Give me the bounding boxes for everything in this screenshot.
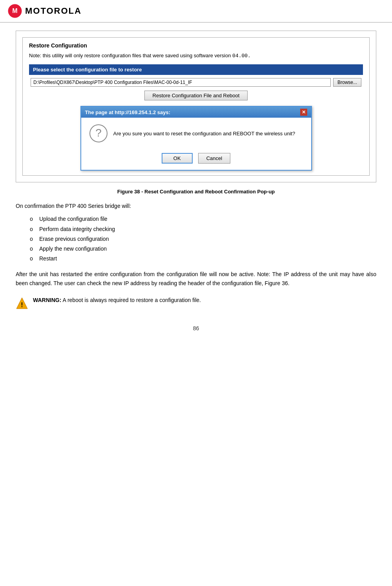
figure-caption: Figure 38 - Reset Configuration and Rebo… [16,189,376,195]
screenshot-frame: Restore Configuration Note: this utility… [16,31,376,182]
page-number: 86 [16,325,376,331]
browse-button[interactable]: Browse... [333,78,361,87]
company-name: MOTOROLA [25,6,82,16]
page-header: M MOTOROLA [0,0,392,23]
select-bar: Please select the configuration file to … [29,64,363,75]
restore-config-title: Restore Configuration [29,42,363,49]
bullet-list: Upload the configuration file Perform da… [39,214,376,264]
warning-block: ! WARNING: A reboot is always required t… [16,296,376,309]
list-item: Perform data integrity checking [39,224,376,234]
question-icon: ? [89,124,108,143]
list-item: Apply the new configuration [39,244,376,254]
file-path-display[interactable]: D:\Profiles\QDX867\Desktop\PTP 400 Confi… [31,78,331,87]
motorola-logo-icon: M [8,4,22,18]
warning-label: WARNING: [33,297,61,303]
after-text: After the unit has restarted the entire … [16,270,376,288]
list-item: Restart [39,254,376,264]
list-item: Erase previous configuration [39,234,376,244]
body-intro: On confirmation the PTP 400 Series bridg… [16,202,376,210]
dialog-title: The page at http://169.254.1.2 says: [85,109,170,115]
restore-reboot-button[interactable]: Restore Configuration File and Reboot [144,91,248,100]
dialog-titlebar: The page at http://169.254.1.2 says: ✕ [81,107,311,118]
warning-text: WARNING: A reboot is always required to … [33,296,201,304]
warning-icon: ! [16,297,28,309]
dialog-button-row: OK Cancel [81,149,311,170]
svg-text:!: ! [21,302,23,308]
motorola-logo: M MOTOROLA [8,4,82,18]
list-item: Upload the configuration file [39,214,376,224]
svg-text:M: M [12,7,17,14]
dialog-message: Are you sure you want to reset the confi… [113,131,303,136]
restore-configuration-panel: Restore Configuration Note: this utility… [22,37,370,176]
confirmation-dialog: The page at http://169.254.1.2 says: ✕ ?… [80,106,312,171]
version-number: 04.00. [232,53,251,59]
dialog-ok-button[interactable]: OK [162,153,193,164]
dialog-body: ? Are you sure you want to reset the con… [81,118,311,149]
dialog-cancel-button[interactable]: Cancel [198,153,230,164]
note-text: Note: this utility will only restore con… [29,53,363,59]
main-content: Restore Configuration Note: this utility… [0,23,392,339]
svg-text:?: ? [95,127,102,139]
file-input-row: D:\Profiles\QDX867\Desktop\PTP 400 Confi… [29,78,363,87]
restore-button-row: Restore Configuration File and Reboot [29,91,363,100]
dialog-close-button[interactable]: ✕ [300,109,307,116]
